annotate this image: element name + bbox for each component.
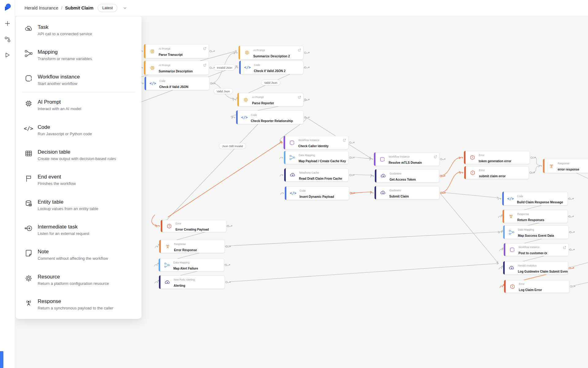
external-link-icon[interactable]: [434, 154, 437, 160]
external-link-icon[interactable]: [203, 46, 206, 52]
node-submit-claim[interactable]: GuidewireSubmit Claim: [375, 186, 439, 199]
node-output-port[interactable]: [568, 214, 575, 220]
node-output-port[interactable]: [227, 224, 233, 229]
node-output-port[interactable]: [209, 49, 216, 55]
cloud-icon: [508, 265, 515, 271]
node-check-reporter-relationship[interactable]: </>CodeCheck Reporter Relationship: [236, 110, 303, 124]
node-output-port[interactable]: [530, 155, 537, 161]
node-output-port[interactable]: [529, 171, 536, 176]
breadcrumb-workflow: Submit Claim: [65, 6, 93, 10]
node-map-payload-create-cache-key[interactable]: Data MappingMap Payload / Create Cache K…: [284, 151, 349, 164]
edge: [575, 172, 588, 178]
chevron-down-icon[interactable]: [123, 6, 127, 10]
node-output-port[interactable]: [349, 173, 355, 178]
node-output-port[interactable]: [224, 263, 231, 268]
node-output-port[interactable]: [210, 81, 216, 87]
herald-logo[interactable]: [3, 3, 12, 11]
node-title: error response: [558, 168, 579, 171]
palette-item-task[interactable]: TaskAPI call to a connected service: [16, 24, 141, 40]
breadcrumb-project[interactable]: Herald Insurance: [24, 6, 58, 10]
palette-item-workflow-instance[interactable]: Workflow instanceStart another workflow: [16, 74, 141, 90]
version-badge[interactable]: Latest: [98, 4, 117, 12]
node-check-if-valid-json-2[interactable]: </>CodeCheck if Valid JSON 2: [239, 61, 303, 74]
palette-item-decision-table[interactable]: Decision tableCreate new output with dec…: [16, 149, 141, 165]
external-link-icon[interactable]: [563, 245, 566, 251]
palette-item-code[interactable]: </>CodeRun Javascript or Python code: [16, 124, 141, 140]
palette-item-ai-prompt[interactable]: AI PromptInteract with an AI model: [16, 99, 141, 115]
palette-item-response[interactable]: ResponseReturn a synchronous payload to …: [16, 298, 141, 314]
external-link-icon[interactable]: [298, 48, 301, 53]
palette-item-title: Resource: [38, 274, 60, 280]
node-parse-reporter[interactable]: AI PromptParse Reporter: [237, 93, 303, 106]
node-output-port[interactable]: [440, 191, 446, 196]
node-check-if-valid-json[interactable]: </>CodeCheck if Valid JSON: [145, 77, 209, 90]
node-check-caller-identity[interactable]: Workflow instanceCheck Caller Identity: [284, 136, 349, 149]
node-error-response-2[interactable]: ResponseError Response: [159, 240, 225, 253]
node-map-alert-failure[interactable]: Data MappingMap Alert Failure: [159, 259, 224, 271]
node-resolve-mtls-domain[interactable]: Workflow instanceResolve mTLS Domain: [374, 152, 439, 166]
node-output-port[interactable]: [569, 230, 575, 236]
node-error-creating-payload[interactable]: ErrorError Creating Payload: [161, 220, 226, 232]
task-icon: [24, 24, 33, 33]
node-output-port[interactable]: [570, 284, 576, 290]
node-submit-claim-error[interactable]: Errorsubmit claim error: [464, 166, 529, 179]
palette-item-mapping[interactable]: MappingTransform or rename variables: [16, 49, 141, 65]
play-icon[interactable]: [4, 51, 11, 59]
code-icon: </>: [241, 114, 248, 121]
node-output-port[interactable]: [569, 247, 575, 253]
node-return-responses[interactable]: ResponseReturn Responses: [503, 210, 568, 223]
node-output-port[interactable]: [304, 115, 310, 121]
node-output-port[interactable]: [439, 174, 446, 179]
node-category: New Relic Alerting: [174, 278, 195, 281]
node-output-port[interactable]: [304, 51, 310, 56]
palette-item-resource[interactable]: ResourceReturn a platform configuration …: [16, 274, 141, 290]
node-output-port[interactable]: [225, 280, 232, 286]
palette-item-end-event[interactable]: End eventFinishes the workflow: [16, 174, 141, 190]
node-token-generation-error[interactable]: Errortoken generation error: [464, 151, 530, 164]
node-output-port[interactable]: [349, 155, 355, 161]
node-build-claim-response-message[interactable]: </>CodeBuild Claim Response Message: [502, 192, 568, 205]
plus-icon[interactable]: [4, 20, 11, 27]
node-input-arrow-icon: [498, 266, 503, 271]
external-link-icon[interactable]: [298, 95, 301, 100]
flow-icon[interactable]: [4, 36, 11, 43]
node-parse-transcript[interactable]: AI PromptParse Transcript: [144, 44, 209, 58]
node-output-port[interactable]: [225, 244, 232, 250]
node-read-draft-claim-from-cache[interactable]: Telephony CacheRead Draft Claim From Cac…: [284, 168, 349, 182]
node-summarize-description-2[interactable]: AI PromptSummarize Description 2: [239, 46, 303, 59]
node-input-arrow-icon: [370, 191, 374, 196]
node-accent-bar: [375, 169, 376, 182]
node-output-port[interactable]: [568, 197, 575, 202]
node-log-claim-error[interactable]: ErrorLog Claim Error: [504, 280, 569, 293]
node-error-response[interactable]: Responseerror response: [543, 159, 588, 173]
node-accent-bar: [159, 240, 161, 253]
palette-item-intermediate-task[interactable]: Intermediate taskListen for an external …: [16, 224, 141, 240]
node-accent-bar: [145, 77, 146, 90]
external-link-icon[interactable]: [203, 63, 206, 68]
node-accent-bar: [159, 275, 160, 289]
node-category: Guidewire: [390, 172, 401, 175]
node-output-port[interactable]: [209, 66, 216, 71]
node-post-to-customer-tx[interactable]: Workflow instancePost to customer-tx: [504, 243, 569, 256]
node-category: Error: [175, 222, 181, 225]
node-category: Error: [479, 169, 485, 172]
node-get-access-token[interactable]: GuidewireGet Access Token: [375, 169, 439, 182]
palette-item-subtitle: Comment without affecting the workflow: [38, 256, 108, 261]
node-map-success-event-data[interactable]: Data MappingMap Success Event Data: [503, 225, 569, 239]
palette-item-title: Workflow instance: [38, 74, 80, 80]
node-output-port[interactable]: [349, 191, 356, 197]
node-accent-bar: [504, 280, 506, 293]
node-output-port[interactable]: [304, 65, 310, 71]
node-log-guidewire-claim-submit-event[interactable]: Herald AnalyticsLog Guidewire Claim Subm…: [503, 261, 568, 274]
node-output-port[interactable]: [440, 157, 446, 163]
node-alerting[interactable]: New Relic AlertingAlerting: [159, 275, 225, 289]
node-output-port[interactable]: [304, 98, 310, 103]
node-title: Check if Valid JSON 2: [254, 69, 285, 73]
node-summarize-description[interactable]: AI PromptSummarize Description: [144, 61, 209, 75]
node-output-port[interactable]: [568, 266, 575, 271]
external-link-icon[interactable]: [343, 138, 346, 143]
node-insert-dynamic-payload[interactable]: </>CodeInsert Dynamic Payload: [285, 186, 349, 200]
palette-item-note[interactable]: NoteComment without affecting the workfl…: [16, 249, 141, 265]
node-output-port[interactable]: [349, 140, 355, 146]
palette-item-entity-table[interactable]: Entity tableLookup values from an entity…: [16, 199, 141, 215]
